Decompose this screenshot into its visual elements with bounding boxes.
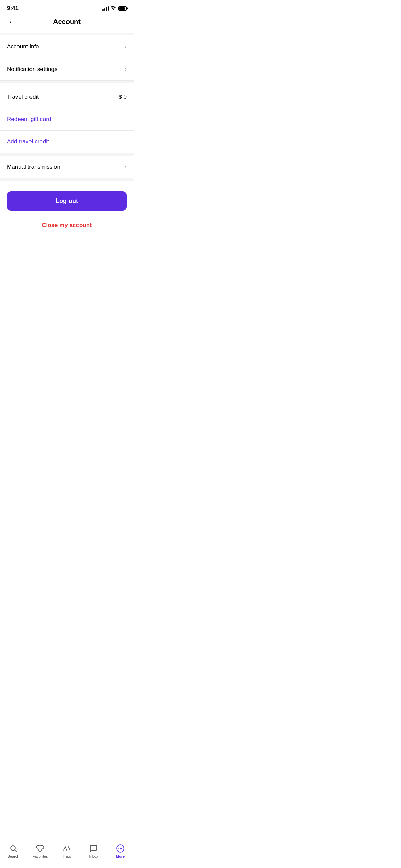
header: ← Account <box>0 14 134 33</box>
manual-transmission-label: Manual transmission <box>7 164 60 170</box>
section-divider-credit <box>0 81 134 83</box>
notification-settings-right: › <box>125 65 127 73</box>
section-divider-top <box>0 33 134 35</box>
section-divider-actions <box>0 178 134 181</box>
account-info-chevron: › <box>125 43 127 50</box>
battery-icon <box>118 6 127 11</box>
account-info-item[interactable]: Account info › <box>0 35 134 58</box>
notification-settings-chevron: › <box>125 65 127 73</box>
wifi-icon <box>111 6 116 10</box>
account-info-label: Account info <box>7 43 39 50</box>
redeem-gift-card-label: Redeem gift card <box>7 116 51 123</box>
add-travel-credit-item[interactable]: Add travel credit <box>0 131 134 153</box>
redeem-gift-card-item[interactable]: Redeem gift card <box>0 108 134 131</box>
page-title: Account <box>53 18 81 26</box>
signal-icon <box>102 6 109 11</box>
notification-settings-item[interactable]: Notification settings › <box>0 58 134 81</box>
manual-transmission-chevron: › <box>125 163 127 170</box>
travel-credit-item: Travel credit $ 0 <box>0 86 134 108</box>
credit-section: Travel credit $ 0 Redeem gift card Add t… <box>0 86 134 153</box>
travel-credit-right: $ 0 <box>119 94 127 100</box>
add-travel-credit-label: Add travel credit <box>7 138 49 145</box>
status-icons <box>102 6 127 11</box>
status-time: 9:41 <box>7 5 19 12</box>
actions-section: Log out Close my account <box>0 181 134 238</box>
notification-settings-label: Notification settings <box>7 66 57 73</box>
status-bar: 9:41 <box>0 0 134 14</box>
travel-credit-label: Travel credit <box>7 94 39 100</box>
section-divider-transmission <box>0 153 134 156</box>
content-spacer <box>0 238 134 273</box>
account-info-right: › <box>125 43 127 50</box>
travel-credit-value: $ 0 <box>119 94 127 100</box>
manual-transmission-right: › <box>125 163 127 170</box>
back-button[interactable]: ← <box>7 16 17 28</box>
logout-button[interactable]: Log out <box>7 191 127 211</box>
manual-transmission-item[interactable]: Manual transmission › <box>0 156 134 178</box>
close-account-button[interactable]: Close my account <box>7 219 127 231</box>
